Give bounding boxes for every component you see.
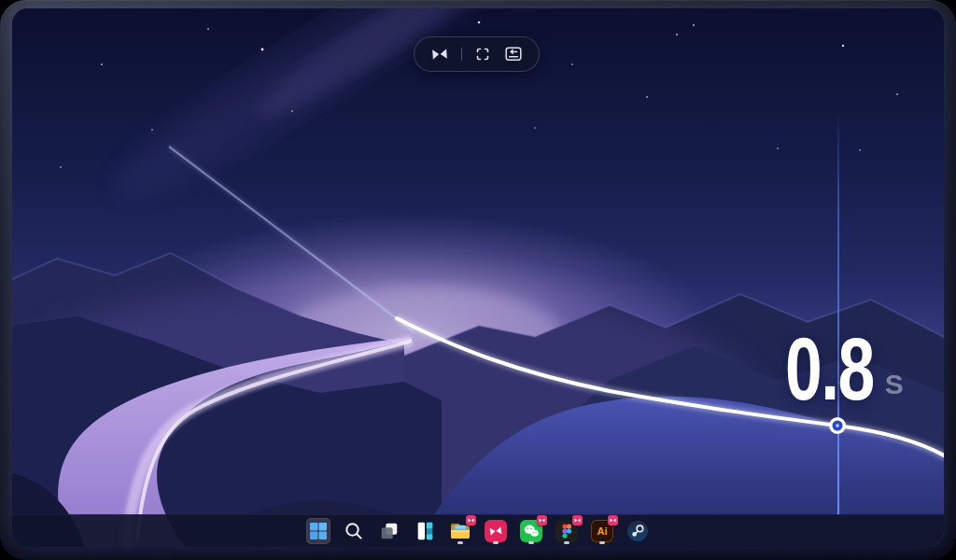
device-mockup: 0.8 S bbox=[0, 0, 956, 560]
badge bbox=[572, 515, 583, 525]
panels-app-icon bbox=[415, 521, 435, 541]
windows-start-icon bbox=[309, 522, 328, 540]
search-button[interactable] bbox=[342, 518, 366, 544]
badge bbox=[466, 515, 476, 525]
panels-app-button[interactable] bbox=[413, 518, 437, 544]
taskbar: Ai bbox=[12, 514, 944, 547]
capture-toolbar bbox=[414, 36, 540, 72]
badge bbox=[537, 515, 547, 525]
command-panel-icon[interactable] bbox=[503, 45, 524, 63]
selection-brackets-icon[interactable] bbox=[473, 45, 492, 63]
task-view-icon bbox=[379, 521, 400, 541]
wechat-button[interactable] bbox=[519, 518, 543, 544]
badge bbox=[608, 515, 618, 525]
illustrator-button[interactable]: Ai bbox=[590, 518, 614, 544]
start-button[interactable] bbox=[306, 518, 330, 544]
task-view-button[interactable] bbox=[377, 518, 401, 544]
curve-handle-dot[interactable] bbox=[829, 417, 846, 434]
bowtie-logo-icon[interactable] bbox=[429, 47, 450, 62]
taskbar-tray: Ai bbox=[306, 518, 650, 544]
toolbar-divider bbox=[461, 48, 462, 61]
search-icon bbox=[344, 521, 364, 541]
figma-button[interactable] bbox=[555, 518, 579, 544]
bowtie-app-button[interactable] bbox=[484, 518, 508, 544]
desktop-screen: 0.8 S bbox=[12, 8, 944, 547]
timeline-marker-line bbox=[837, 109, 839, 515]
illustrator-label: Ai bbox=[598, 526, 608, 537]
steam-icon bbox=[626, 520, 649, 542]
wallpaper-image bbox=[12, 8, 944, 547]
file-explorer-button[interactable] bbox=[448, 518, 472, 544]
steam-button[interactable] bbox=[626, 518, 650, 544]
bowtie-app-icon bbox=[485, 520, 507, 542]
